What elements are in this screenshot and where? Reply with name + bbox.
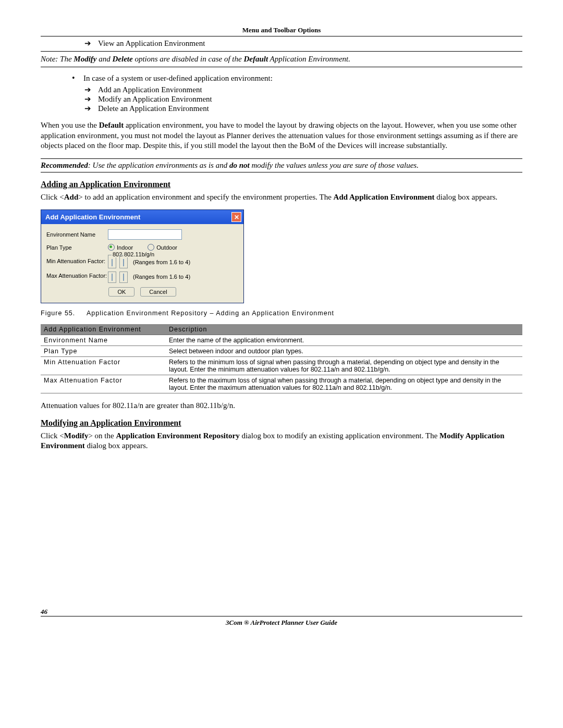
body-paragraph: Attenuation values for 802.11a/n are gre… (41, 401, 522, 411)
section-heading: Modifying an Application Environment (41, 418, 522, 428)
indoor-radio[interactable] (108, 244, 115, 251)
table-row: Max Attenuation FactorRefers to the maxi… (41, 375, 522, 393)
note-line: Note: The Modify and Delete options are … (41, 55, 522, 64)
outdoor-label: Outdoor (156, 244, 177, 251)
env-name-input[interactable] (108, 229, 182, 240)
fieldset-80211an: 802.11a/n (108, 255, 116, 268)
range-text: (Ranges from 1.6 to 4) (133, 272, 190, 283)
dialog-body: Environment Name Plan Type Indoor Outdoo… (41, 224, 243, 303)
footer-title: 3Com ® AirProtect Planner User Guide (41, 619, 522, 627)
cancel-button[interactable]: Cancel (140, 287, 176, 297)
document-page: Menu and Toolbar Options View an Applica… (0, 0, 563, 643)
env-name-label: Environment Name (46, 231, 108, 238)
dialog-titlebar[interactable]: Add Application Environment ✕ (41, 210, 243, 224)
table-row: Min Attenuation FactorRefers to the mini… (41, 357, 522, 375)
ok-button[interactable]: OK (108, 287, 134, 297)
list-item: In case of a system or user-defined appl… (72, 73, 522, 83)
table-header: Add Application Environment (41, 324, 166, 335)
close-icon[interactable]: ✕ (231, 212, 241, 222)
table-row: Environment NameEnter the name of the ap… (41, 335, 522, 346)
section-heading: Adding an Application Environment (41, 180, 522, 189)
bullet-list: In case of a system or user-defined appl… (72, 73, 522, 83)
body-paragraph: Click <Add> to add an application enviro… (41, 192, 522, 203)
list-item: View an Application Environment (84, 39, 522, 48)
recommendation-note: Recommended: Use the application environ… (41, 158, 522, 172)
min-att-an-input[interactable] (112, 259, 113, 266)
page-header: Menu and Toolbar Options (41, 26, 522, 36)
table-row: Plan TypeSelect between indoor and outdo… (41, 346, 522, 357)
fieldset-80211an (108, 272, 116, 283)
max-att-an-input[interactable] (112, 274, 113, 281)
sub-arrow-list: Add an Application Environment Modify an… (84, 85, 522, 113)
rule (41, 67, 522, 67)
min-att-label: Min Attenuation Factor: (46, 255, 108, 264)
rule (41, 51, 522, 52)
page-footer: 46 3Com ® AirProtect Planner User Guide (41, 608, 522, 627)
body-paragraph: Click <Modify> on the Application Enviro… (41, 431, 522, 451)
plan-type-label: Plan Type (46, 244, 108, 251)
list-item: Add an Application Environment (84, 85, 522, 94)
fieldset-80211bgn (119, 272, 128, 283)
min-att-bgn-input[interactable] (123, 259, 124, 266)
table-header: Description (166, 324, 522, 335)
add-environment-dialog: Add Application Environment ✕ Environmen… (41, 209, 244, 303)
fieldset-80211bgn: 802.11b/g/n (119, 255, 128, 268)
footer-rule (41, 616, 522, 616)
body-paragraph: When you use the Default application env… (41, 120, 522, 151)
outdoor-radio[interactable] (148, 244, 154, 251)
max-att-label: Max Attenuation Factor: (46, 272, 108, 279)
dialog-title: Add Application Environment (45, 213, 140, 221)
max-att-bgn-input[interactable] (123, 274, 124, 281)
header-rule (41, 36, 522, 36)
indoor-label: Indoor (117, 244, 133, 251)
list-item: Delete an Application Environment (84, 104, 522, 113)
list-item: Modify an Application Environment (84, 94, 522, 104)
description-table: Add Application Environment Description … (41, 324, 522, 393)
top-arrow-list: View an Application Environment (84, 39, 522, 48)
figure-caption: Figure 55. Application Environment Repos… (41, 310, 522, 317)
page-number: 46 (41, 608, 522, 616)
